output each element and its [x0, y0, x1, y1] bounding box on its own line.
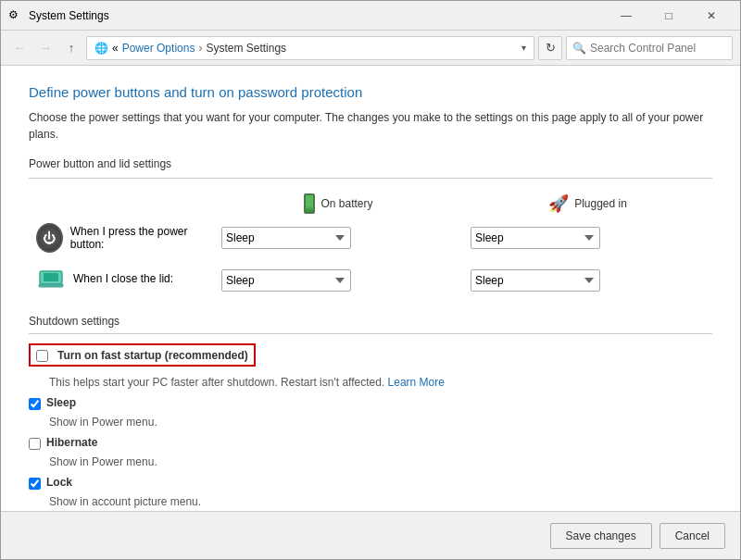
section-power-label: Power button and lid settings — [29, 157, 712, 170]
close-button[interactable]: ✕ — [690, 1, 733, 31]
lock-label[interactable]: Lock — [46, 476, 72, 489]
breadcrumb-current: System Settings — [206, 42, 286, 55]
back-button[interactable]: ← — [8, 37, 31, 59]
search-icon: 🔍 — [572, 42, 586, 55]
window-title: System Settings — [29, 9, 605, 22]
page-description: Choose the power settings that you want … — [29, 109, 712, 143]
fast-startup-item: Turn on fast startup (recommended) — [29, 343, 712, 370]
up-button[interactable]: ↑ — [60, 37, 82, 59]
sleep-item: Sleep — [29, 396, 712, 410]
breadcrumb-prefix: « — [112, 42, 119, 55]
lock-description: Show in account picture menu. — [49, 495, 712, 508]
battery-icon — [304, 193, 315, 214]
lid-svg-icon — [36, 264, 66, 293]
titlebar-controls: — □ ✕ — [605, 1, 733, 31]
fast-startup-description: This helps start your PC faster after sh… — [49, 376, 712, 389]
learn-more-link[interactable]: Learn More — [388, 376, 445, 389]
lid-battery-select[interactable]: Sleep Do nothing Hibernate Shut down Tur… — [221, 269, 351, 292]
refresh-button[interactable]: ↻ — [538, 36, 562, 60]
col-plugged-in: 🚀 Plugged in — [463, 190, 712, 218]
col-on-battery: On battery — [214, 190, 463, 218]
maximize-button[interactable]: □ — [647, 1, 690, 31]
forward-button[interactable]: → — [34, 37, 57, 59]
addressbar: ← → ↑ 🌐 « Power Options › System Setting… — [1, 31, 740, 66]
hibernate-checkbox[interactable] — [29, 438, 41, 450]
lid-icon — [36, 264, 66, 293]
plug-icon: 🚀 — [548, 193, 569, 214]
lid-plugged-select[interactable]: Sleep Do nothing Hibernate Shut down Tur… — [471, 269, 600, 292]
save-changes-button[interactable]: Save changes — [550, 523, 652, 549]
fast-startup-checkbox[interactable] — [36, 350, 48, 362]
fast-startup-highlight-box: Turn on fast startup (recommended) — [29, 343, 256, 367]
fast-startup-label[interactable]: Turn on fast startup (recommended) — [57, 349, 248, 362]
breadcrumb-globe-icon: 🌐 — [94, 42, 108, 55]
power-plugged-select[interactable]: Sleep Do nothing Hibernate Shut down Tur… — [471, 227, 600, 249]
table-header-row: On battery 🚀 Plugged in — [29, 190, 712, 218]
power-settings-table: On battery 🚀 Plugged in ⏻ When I press t… — [29, 190, 712, 302]
sleep-description: Show in Power menu. — [49, 416, 712, 429]
hibernate-item: Hibernate — [29, 436, 712, 450]
lock-item: Lock — [29, 476, 712, 490]
power-battery-select[interactable]: Sleep Do nothing Hibernate Shut down Tur… — [221, 227, 351, 249]
chevron-down-icon: ▾ — [521, 43, 526, 53]
titlebar: ⚙ System Settings — □ ✕ — [1, 1, 740, 31]
sleep-label[interactable]: Sleep — [46, 396, 76, 409]
shutdown-divider — [29, 333, 712, 334]
footer: Save changes Cancel — [1, 511, 740, 559]
main-window: ⚙ System Settings — □ ✕ ← → ↑ 🌐 « Power … — [0, 0, 741, 560]
hibernate-description: Show in Power menu. — [49, 455, 712, 468]
svg-rect-2 — [44, 273, 58, 281]
section-divider — [29, 178, 712, 179]
hibernate-label[interactable]: Hibernate — [46, 436, 97, 449]
lid-label: When I close the lid: — [73, 272, 173, 285]
breadcrumb-power-options[interactable]: Power Options — [122, 42, 195, 55]
lid-row: When I close the lid: Sleep Do nothing H… — [29, 258, 712, 302]
cancel-button[interactable]: Cancel — [659, 523, 725, 549]
svg-rect-1 — [39, 284, 63, 287]
page-title: Define power buttons and turn on passwor… — [29, 84, 712, 100]
main-content: Define power buttons and turn on passwor… — [1, 66, 740, 511]
lock-checkbox[interactable] — [29, 478, 41, 490]
search-input[interactable] — [590, 42, 726, 55]
minimize-button[interactable]: — — [605, 1, 647, 31]
power-button-icon: ⏻ — [36, 223, 63, 253]
breadcrumb-separator: › — [198, 42, 202, 55]
breadcrumb-bar: 🌐 « Power Options › System Settings ▾ — [86, 36, 534, 60]
power-button-row: ⏻ When I press the power button: Sleep D… — [29, 218, 712, 258]
window-icon: ⚙ — [8, 8, 23, 23]
shutdown-section: Shutdown settings Turn on fast startup (… — [29, 315, 712, 508]
search-bar: 🔍 — [566, 36, 733, 60]
power-button-label: When I press the power button: — [70, 225, 207, 251]
sleep-checkbox[interactable] — [29, 398, 41, 410]
shutdown-section-label: Shutdown settings — [29, 315, 712, 328]
